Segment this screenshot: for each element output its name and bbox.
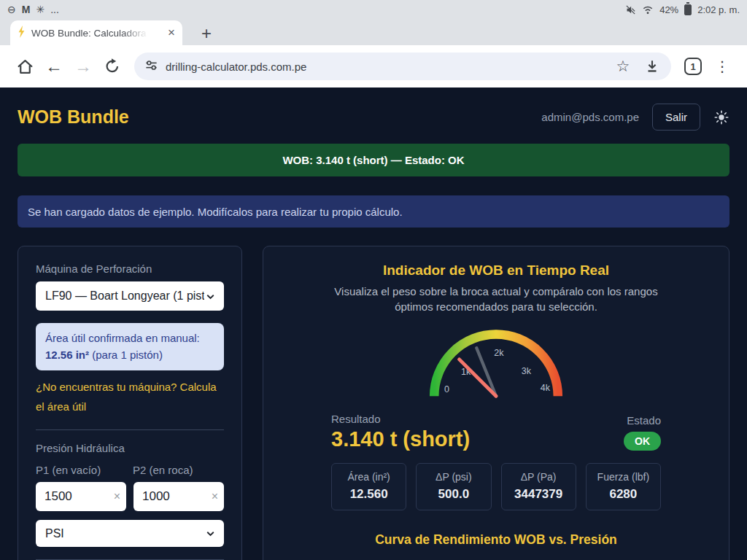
result-banner: WOB: 3.140 t (short) — Estado: OK — [18, 144, 729, 176]
site-settings-icon[interactable] — [144, 58, 158, 75]
android-status-bar: ⊖ M ✳ ... 42% 2:02 p. m. — [0, 0, 747, 19]
p1-clear-icon[interactable]: × — [114, 490, 120, 503]
browser-tab[interactable]: WOB Bundle: Calculadora Pr × — [10, 20, 182, 45]
wob-gauge: 0 1k 2k 3k 4k — [419, 324, 573, 402]
new-tab-button[interactable]: + — [201, 25, 212, 42]
area-value: 12.56 in² — [45, 349, 89, 361]
wob-indicator-panel: Indicador de WOB en Tiempo Real Visualiz… — [263, 246, 729, 560]
machine-panel: Máquina de Perforación LF90 — Boart Long… — [18, 246, 242, 560]
p1-label: P1 (en vacío) — [36, 464, 133, 476]
stat-area: Área (in²) 12.560 — [331, 463, 406, 510]
app-header: WOB Bundle admin@pds.com.pe Salir — [18, 88, 729, 131]
area-info-note: Área útil confirmada en manual: 12.56 in… — [36, 323, 224, 370]
browser-menu-icon[interactable]: ⋮ — [708, 52, 737, 81]
reload-icon[interactable] — [98, 52, 127, 81]
sample-data-banner: Se han cargado datos de ejemplo. Modifíc… — [18, 195, 729, 228]
status-badge: OK — [624, 432, 661, 451]
gauge-tick: 3k — [522, 366, 532, 376]
wifi-icon — [642, 4, 654, 15]
stat-dp-pa: ΔP (Pa) 3447379 — [501, 463, 576, 510]
stat-dp-psi: ΔP (psi) 500.0 — [416, 463, 491, 510]
overflow-notifications: ... — [50, 4, 59, 15]
stat-force: Fuerza (lbf) 6280 — [586, 463, 661, 510]
mute-icon — [625, 4, 636, 15]
app-title: WOB Bundle — [18, 106, 129, 128]
user-email: admin@pds.com.pe — [541, 111, 639, 123]
gauge-needle-primary — [476, 348, 496, 396]
clock: 2:02 p. m. — [697, 4, 740, 15]
chevron-down-icon — [204, 527, 217, 540]
gauge-tick: 0 — [444, 384, 449, 394]
gauge-tick: 4k — [541, 383, 551, 393]
p2-clear-icon[interactable]: × — [212, 490, 218, 503]
stats-row: Área (in²) 12.560 ΔP (psi) 500.0 ΔP (Pa)… — [331, 463, 661, 510]
tab-close-icon[interactable]: × — [168, 26, 175, 40]
pressure-section-label: Presión Hidráulica — [36, 442, 224, 454]
page-content: WOB Bundle admin@pds.com.pe Salir WOB: 3… — [0, 88, 747, 560]
gauge-needle-secondary — [460, 359, 496, 396]
gmail-icon: M — [22, 4, 31, 15]
forward-icon: → — [69, 52, 98, 81]
result-label: Resultado — [331, 413, 470, 425]
do-not-disturb-icon: ⊖ — [7, 4, 16, 15]
tab-count: 1 — [684, 58, 702, 75]
p1-input[interactable] — [36, 482, 126, 511]
home-icon[interactable] — [10, 52, 39, 81]
logout-button[interactable]: Salir — [652, 104, 700, 131]
back-icon[interactable]: ← — [39, 52, 69, 81]
p2-input[interactable] — [133, 482, 224, 511]
notification-burst-icon: ✳ — [36, 4, 44, 15]
tab-title: WOB Bundle: Calculadora Pr — [31, 28, 148, 39]
status-label: Estado — [624, 414, 661, 427]
divider — [36, 429, 224, 430]
browser-toolbar: ← → drilling-calculator.pds.com.pe ☆ 1 ⋮ — [0, 45, 747, 88]
machine-select[interactable]: LF90 — Boart Longyear (1 pistó — [36, 281, 224, 311]
tab-switcher-button[interactable]: 1 — [678, 52, 708, 81]
curve-section-title: Curva de Rendimiento WOB vs. Presión — [281, 532, 711, 548]
theme-toggle-sun-icon[interactable] — [713, 109, 729, 125]
bookmark-star-icon[interactable]: ☆ — [608, 52, 638, 81]
gauge-tick: 2k — [494, 348, 504, 358]
tab-strip: WOB Bundle: Calculadora Pr × + — [0, 19, 747, 45]
indicator-subtitle: Visualiza el peso sobre la broca actual … — [325, 284, 667, 314]
result-value: 3.140 t (short) — [331, 427, 470, 451]
machine-select-label: Máquina de Perforación — [36, 262, 224, 275]
battery-icon — [684, 4, 692, 15]
battery-percent: 42% — [659, 4, 678, 15]
gauge-arc — [434, 334, 558, 396]
favicon-bolt-icon — [18, 26, 26, 41]
p2-label: P2 (en roca) — [133, 464, 193, 476]
indicator-title: Indicador de WOB en Tiempo Real — [281, 262, 711, 279]
url-bar[interactable]: drilling-calculator.pds.com.pe ☆ — [134, 52, 671, 80]
download-icon[interactable] — [638, 52, 667, 81]
url-text[interactable]: drilling-calculator.pds.com.pe — [166, 61, 306, 73]
pressure-unit-select[interactable]: PSI — [36, 520, 224, 547]
calculate-area-link[interactable]: ¿No encuentras tu máquina? Calcula el ár… — [36, 377, 224, 418]
chevron-down-icon — [204, 290, 217, 303]
